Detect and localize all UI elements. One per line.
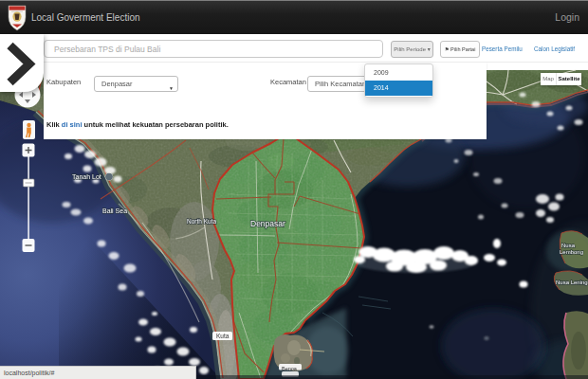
svg-text:Nusa Lening: Nusa Lening [556, 280, 588, 285]
svg-text:Kuta: Kuta [216, 333, 230, 339]
svg-text:Lembong: Lembong [560, 249, 583, 255]
svg-text:Nusa: Nusa [561, 243, 576, 248]
svg-text:North Kuta: North Kuta [187, 218, 216, 225]
svg-text:Denpasar: Denpasar [250, 219, 285, 228]
svg-text:Bali Sea: Bali Sea [102, 208, 127, 214]
svg-text:Benoa: Benoa [282, 366, 298, 371]
svg-text:Tanah Lot: Tanah Lot [72, 173, 101, 180]
